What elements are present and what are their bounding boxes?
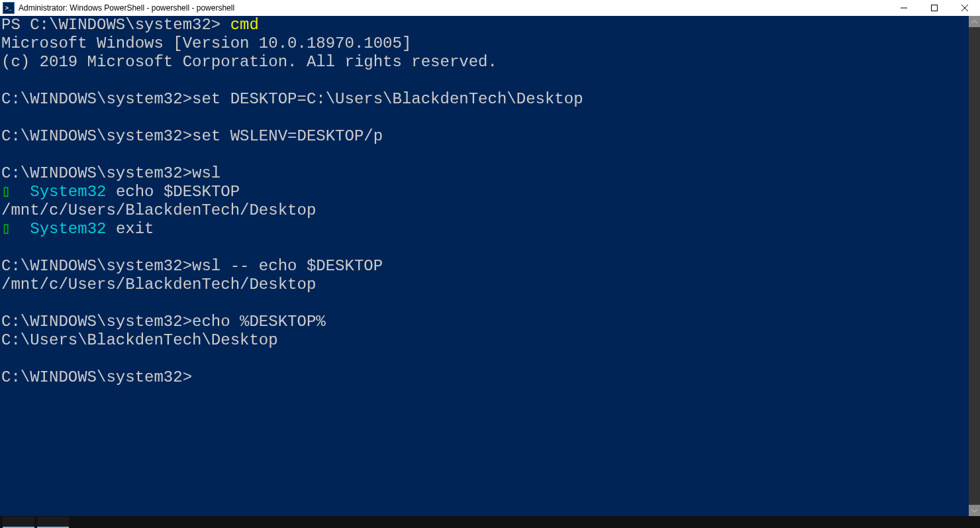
output-line: Microsoft Windows [Version 10.0.18970.10…	[1, 34, 411, 52]
minimize-button[interactable]	[889, 0, 919, 16]
close-icon	[961, 5, 968, 11]
cmd-input: cmd	[230, 16, 259, 34]
wsl-prompt-glyph: ▯	[1, 183, 11, 201]
output-line: /mnt/c/Users/BlackdenTech/Desktop	[1, 276, 316, 293]
powershell-window: >_ Administrator: Windows PowerShell - p…	[0, 0, 980, 528]
wsl-cmd: echo $DESKTOP	[106, 183, 240, 201]
svg-rect-1	[932, 5, 938, 11]
taskbar[interactable]	[0, 516, 980, 528]
scroll-down-button[interactable]	[969, 505, 980, 516]
taskbar-item[interactable]	[37, 517, 69, 528]
output-line: C:\Users\BlackdenTech\Desktop	[1, 331, 278, 349]
terminal-output[interactable]: PS C:\WINDOWS\system32> cmd Microsoft Wi…	[0, 16, 969, 516]
wsl-prompt-path: System32	[11, 183, 106, 201]
scroll-up-button[interactable]	[969, 16, 980, 27]
cmd-line: C:\WINDOWS\system32>set DESKTOP=C:\Users…	[1, 90, 583, 108]
taskbar-item[interactable]	[3, 517, 34, 528]
cmd-prompt: C:\WINDOWS\system32>	[1, 368, 192, 386]
scrollbar-track[interactable]	[969, 27, 980, 505]
powershell-icon: >_	[3, 2, 15, 14]
minimize-icon	[901, 5, 907, 11]
window-title: Administrator: Windows PowerShell - powe…	[19, 3, 234, 13]
ps-prompt: PS C:\WINDOWS\system32>	[1, 16, 230, 34]
output-line: /mnt/c/Users/BlackdenTech/Desktop	[1, 201, 316, 219]
terminal-area: PS C:\WINDOWS\system32> cmd Microsoft Wi…	[0, 16, 980, 516]
window-controls	[889, 0, 980, 16]
cmd-line: C:\WINDOWS\system32>set WSLENV=DESKTOP/p	[1, 127, 383, 145]
chevron-down-icon	[971, 509, 977, 513]
titlebar-left: >_ Administrator: Windows PowerShell - p…	[0, 2, 234, 14]
cmd-line: C:\WINDOWS\system32>wsl -- echo $DESKTOP	[1, 257, 383, 275]
chevron-up-icon	[971, 20, 977, 24]
output-line: (c) 2019 Microsoft Corporation. All righ…	[1, 53, 497, 71]
titlebar[interactable]: >_ Administrator: Windows PowerShell - p…	[0, 0, 980, 17]
wsl-prompt-path: System32	[11, 220, 106, 238]
cmd-line: C:\WINDOWS\system32>echo %DESKTOP%	[1, 313, 326, 331]
wsl-cmd: exit	[106, 220, 154, 238]
close-button[interactable]	[950, 0, 980, 16]
scrollbar[interactable]	[969, 16, 980, 516]
wsl-prompt-glyph: ▯	[1, 220, 11, 238]
maximize-button[interactable]	[919, 0, 950, 16]
cmd-line: C:\WINDOWS\system32>wsl	[1, 164, 220, 182]
maximize-icon	[931, 5, 938, 11]
